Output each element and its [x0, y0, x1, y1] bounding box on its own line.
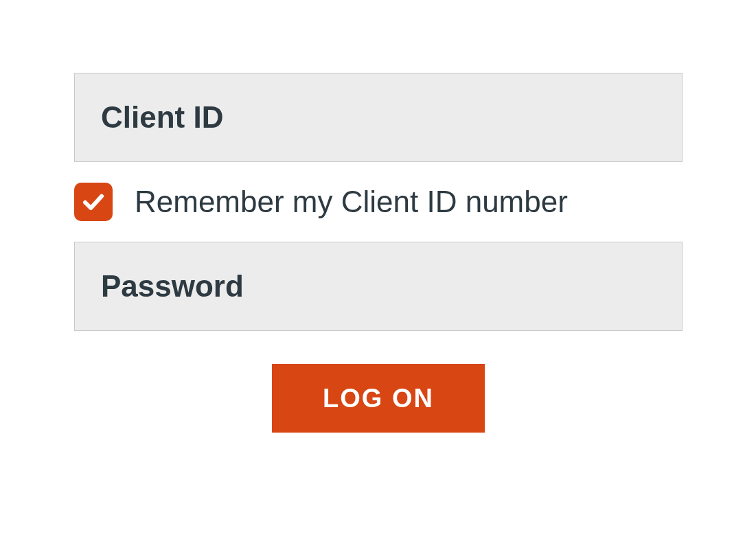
button-row: LOG ON: [74, 364, 683, 433]
check-icon: [81, 190, 106, 214]
remember-row: Remember my Client ID number: [74, 183, 683, 221]
remember-label: Remember my Client ID number: [135, 185, 568, 219]
client-id-input[interactable]: [74, 73, 683, 162]
login-form: Remember my Client ID number LOG ON: [74, 73, 683, 433]
logon-button[interactable]: LOG ON: [272, 364, 485, 433]
password-input[interactable]: [74, 242, 683, 331]
remember-checkbox[interactable]: [74, 183, 113, 221]
